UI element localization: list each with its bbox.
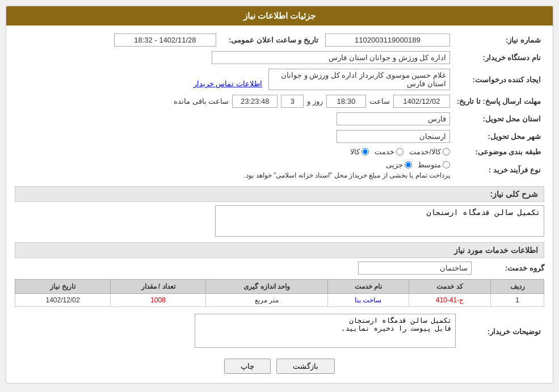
buyer-notes-textarea[interactable]: [195, 314, 456, 348]
buyer-org-label: نام دستگاه خریدار:: [453, 49, 544, 66]
services-section-header: اطلاعات خدمات مورد نیاز: [15, 242, 544, 258]
purchase-note: پرداخت تمام یا بخشی از مبلغ خریداز محل "…: [244, 171, 450, 179]
need-number-value: 1102003119000189: [325, 33, 450, 47]
deadline-date-value: 1402/12/02: [393, 95, 450, 108]
remaining-time-value: 23:23:48: [232, 95, 278, 108]
table-row: 1 ج-41-410 ساخت بنا متر مربع 1008 1402/1…: [15, 294, 544, 307]
cell-service-code: ج-41-410: [409, 294, 491, 307]
services-table: ردیف کد خدمت نام خدمت واحد اندازه گیری ت…: [15, 279, 544, 307]
city-value: ارسنجان: [337, 130, 450, 143]
page-title: جزئیات اطلاعات نیاز: [6, 6, 553, 26]
col-date: تاریخ نیاز: [15, 280, 111, 294]
deadline-time-value: 18:30: [326, 95, 366, 108]
purchase-radio-jozii[interactable]: جزیی: [386, 161, 412, 169]
creator-value: غلام حسین موسوی کاربرداز اداره کل ورزش و…: [268, 69, 450, 90]
purchase-radio-motaset[interactable]: متوسط: [418, 161, 450, 169]
announce-date-value: 1402/11/28 - 18:32: [114, 33, 216, 47]
announce-date-label: تاریخ و ساعت اعلان عمومی:: [220, 31, 322, 49]
category-radio-kala-input[interactable]: [362, 148, 369, 155]
col-service-name: نام خدمت: [328, 280, 409, 294]
need-description-section-header: شرح کلی نیاز:: [15, 186, 544, 202]
purchase-type-label: نوع فرآیند خرید :: [453, 158, 544, 182]
deadline-time-label: ساعت: [369, 97, 390, 106]
category-radio-khedmat-input[interactable]: [396, 148, 404, 155]
buyer-notes-label: توضیحات خریدار:: [459, 311, 544, 352]
print-button[interactable]: چاپ: [224, 359, 271, 374]
cell-service-name: ساخت بنا: [328, 294, 409, 307]
service-group-value: ساختمان: [358, 262, 472, 275]
col-unit: واحد اندازه گیری: [205, 280, 327, 294]
category-radio-kala-khedmat[interactable]: کالا/خدمت: [409, 147, 450, 156]
purchase-radio-motaset-input[interactable]: [443, 161, 450, 168]
city-label: شهر محل تحویل:: [453, 128, 544, 145]
purchase-jozii-label: جزیی: [386, 161, 403, 169]
cell-date: 1402/12/02: [15, 294, 111, 307]
creator-contact-link[interactable]: اطلاعات تماس خریدار: [194, 79, 262, 88]
category-kala-khedmat-label: کالا/خدمت: [409, 147, 441, 156]
category-radio-khedmat[interactable]: خدمت: [375, 147, 404, 156]
cell-unit: متر مربع: [205, 294, 327, 307]
col-quantity: تعداد / مقدار: [111, 280, 206, 294]
back-button[interactable]: بازگشت: [276, 359, 335, 374]
col-row: ردیف: [491, 280, 544, 294]
purchase-radio-jozii-input[interactable]: [405, 161, 412, 168]
category-kala-label: کالا: [350, 147, 360, 156]
cell-quantity: 1008: [111, 294, 206, 307]
buyer-org-value: اداره کل ورزش و جوانان استان فارس: [212, 51, 450, 64]
province-label: استان محل تحویل:: [453, 110, 544, 128]
need-number-label: شماره نیاز:: [453, 31, 544, 49]
remaining-days-value: 3: [281, 95, 304, 108]
remaining-days-label: روز و: [307, 97, 323, 106]
category-radio-kala[interactable]: کالا: [350, 147, 369, 156]
category-khedmat-label: خدمت: [375, 147, 394, 156]
service-group-label: گروه خدمت:: [476, 264, 544, 272]
creator-label: ایجاد کننده درخواست:: [453, 66, 544, 92]
province-value: فارس: [337, 112, 450, 125]
remaining-suffix: ساعت باقی مانده: [174, 97, 229, 106]
deadline-label: مهلت ارسال پاسخ: تا تاریخ:: [453, 92, 544, 110]
category-label: طبقه بندی موضوعی:: [453, 145, 544, 158]
category-radio-kala-khedmat-input[interactable]: [443, 148, 450, 155]
purchase-motaset-label: متوسط: [418, 161, 441, 169]
col-service-code: کد خدمت: [409, 280, 491, 294]
need-description-textarea[interactable]: تکمیل سالن قدمگاه ارسنجان: [215, 205, 544, 237]
cell-row: 1: [491, 294, 544, 307]
